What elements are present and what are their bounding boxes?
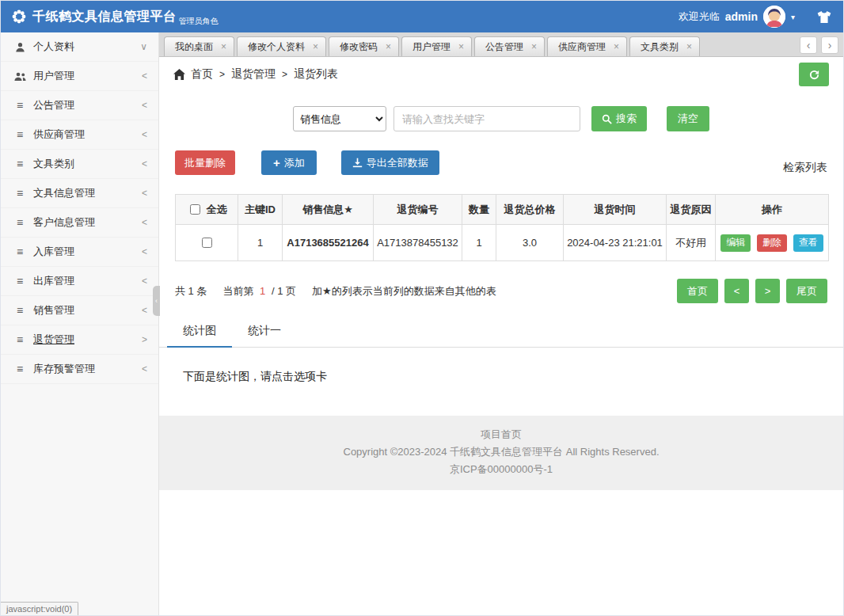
tab-supplier-management[interactable]: 供应商管理 ×	[547, 36, 627, 56]
sidebar-item-users[interactable]: 用户管理 <	[1, 62, 158, 91]
select-all-label: 全选	[207, 203, 227, 217]
header-return-no: 退货编号	[374, 195, 462, 225]
sidebar-item-stationery-info[interactable]: ≡ 文具信息管理 <	[1, 179, 158, 208]
caret-down-icon[interactable]: ▾	[791, 13, 795, 21]
toolbar: 批量删除 + 添加 导出全部数据 检索列表	[159, 150, 843, 175]
header-total-price: 退货总价格	[496, 195, 564, 225]
clear-button[interactable]: 清空	[667, 106, 709, 131]
add-button[interactable]: + 添加	[261, 150, 317, 175]
menu-lines-icon: ≡	[13, 363, 26, 375]
view-button[interactable]: 查看	[793, 234, 823, 252]
first-page-button[interactable]: 首页	[677, 279, 718, 303]
tab-stats-chart[interactable]: 统计图	[167, 316, 232, 348]
sidebar-item-customer-info[interactable]: ≡ 客户信息管理 <	[1, 208, 158, 238]
sidebar-item-outbound[interactable]: ≡ 出库管理 <	[1, 267, 158, 296]
sidebar-item-label: 客户信息管理	[33, 215, 95, 230]
menu-lines-icon: ≡	[13, 100, 26, 111]
sidebar-item-profile[interactable]: 个人资料 ∨	[1, 32, 158, 62]
users-icon	[13, 71, 26, 82]
footer-home-link[interactable]: 项目首页	[159, 426, 843, 443]
refresh-button[interactable]	[799, 63, 829, 86]
username[interactable]: admin	[725, 10, 758, 23]
tab-change-password[interactable]: 修改密码 ×	[329, 36, 399, 56]
menu-lines-icon: ≡	[13, 276, 26, 287]
stats-tab-bar: 统计图 统计一	[159, 316, 843, 348]
close-icon[interactable]: ×	[221, 41, 226, 52]
returns-table: 全选 主键ID 销售信息★ 退货编号 数量 退货总价格 退货时间 退货原因 操作…	[175, 194, 829, 261]
tab-label: 修改密码	[340, 40, 378, 54]
chevron-left-icon: <	[142, 217, 147, 228]
export-button-label: 导出全部数据	[367, 156, 428, 170]
chevron-left-icon: <	[142, 70, 147, 82]
close-icon[interactable]: ×	[458, 41, 464, 52]
sidebar-item-sales[interactable]: ≡ 销售管理 <	[1, 296, 158, 325]
tab-label: 用户管理	[412, 40, 451, 54]
tab-edit-profile[interactable]: 修改个人资料 ×	[237, 36, 326, 56]
clear-button-label: 清空	[678, 112, 698, 126]
close-icon[interactable]: ×	[686, 41, 692, 52]
theme-shirt-icon[interactable]	[816, 10, 832, 24]
chevron-left-icon: <	[142, 188, 147, 199]
role-label: 管理员角色	[179, 16, 219, 32]
menu-lines-icon: ≡	[13, 217, 26, 228]
sidebar-item-stock-warning[interactable]: ≡ 库存预警管理 <	[1, 355, 158, 384]
tab-label: 我的桌面	[175, 40, 213, 54]
search-input[interactable]	[393, 106, 580, 131]
batch-delete-label: 批量删除	[184, 156, 226, 170]
table-row: 1 A1713685521264 A1713878455132 1 3.0 20…	[176, 225, 829, 261]
add-button-label: 添加	[284, 156, 305, 170]
sidebar-item-label: 库存预警管理	[33, 362, 95, 376]
sidebar-item-label: 入库管理	[33, 245, 74, 259]
last-page-button[interactable]: 尾页	[786, 279, 827, 303]
search-button[interactable]: 搜索	[591, 106, 647, 131]
tab-announcement-management[interactable]: 公告管理 ×	[474, 36, 545, 56]
next-page-button[interactable]: >	[755, 279, 780, 303]
sidebar-item-returns[interactable]: ≡ 退货管理 >	[1, 325, 158, 355]
total-count-text: 共 1 条	[175, 284, 207, 298]
tabs-scroll-right-button[interactable]: ›	[821, 36, 838, 54]
current-page-prefix: 当前第	[222, 285, 253, 297]
batch-delete-button[interactable]: 批量删除	[175, 150, 235, 175]
cell-primary-id: 1	[238, 225, 283, 261]
menu-lines-icon: ≡	[13, 188, 26, 199]
cell-quantity: 1	[462, 225, 496, 261]
sidebar-item-label: 出库管理	[33, 274, 74, 288]
pagination-bar: 共 1 条 当前第 1 / 1 页 加★的列表示当前列的数据来自其他的表 首页 …	[175, 279, 827, 303]
sidebar-item-inbound[interactable]: ≡ 入库管理 <	[1, 238, 158, 267]
sidebar-item-suppliers[interactable]: ≡ 供应商管理 <	[1, 120, 158, 150]
edit-button[interactable]: 编辑	[720, 234, 751, 252]
search-icon	[602, 114, 612, 124]
tab-stationery-category[interactable]: 文具类别 ×	[629, 36, 700, 56]
tab-label: 公告管理	[485, 40, 523, 54]
breadcrumb-returns[interactable]: 退货管理	[231, 67, 276, 82]
tab-user-management[interactable]: 用户管理 ×	[401, 36, 472, 56]
plus-icon: +	[273, 156, 280, 169]
menu-lines-icon: ≡	[13, 334, 26, 345]
close-icon[interactable]: ×	[313, 41, 318, 52]
chevron-left-icon: <	[142, 363, 147, 375]
chevron-right-icon: >	[142, 334, 147, 345]
tab-stats-one[interactable]: 统计一	[232, 316, 297, 347]
tab-bar: 我的桌面 × 修改个人资料 × 修改密码 × 用户管理 × 公告管理 × 供应商…	[159, 32, 843, 57]
close-icon[interactable]: ×	[614, 41, 619, 52]
close-icon[interactable]: ×	[531, 41, 537, 52]
close-icon[interactable]: ×	[386, 41, 391, 52]
sidebar-item-announcements[interactable]: ≡ 公告管理 <	[1, 91, 158, 120]
select-all-checkbox[interactable]	[190, 204, 200, 215]
delete-button[interactable]: 删除	[757, 234, 787, 252]
export-all-button[interactable]: 导出全部数据	[341, 150, 439, 175]
row-checkbox[interactable]	[202, 238, 212, 248]
breadcrumb-home[interactable]: 首页	[191, 67, 213, 82]
sidebar-item-stationery-category[interactable]: ≡ 文具类别 <	[1, 150, 158, 179]
chevron-left-icon: <	[142, 276, 147, 287]
prev-page-button[interactable]: <	[724, 279, 749, 303]
avatar[interactable]	[763, 6, 785, 28]
person-icon	[13, 42, 26, 52]
sidebar-collapse-handle[interactable]: ‹	[153, 286, 160, 316]
cell-actions: 编辑 删除 查看	[716, 225, 829, 261]
refresh-icon	[808, 69, 820, 81]
search-category-select[interactable]: 销售信息	[293, 106, 386, 131]
tabs-scroll-left-button[interactable]: ‹	[800, 36, 817, 54]
status-bar: javascript:void(0)	[1, 602, 78, 615]
tab-my-desktop[interactable]: 我的桌面 ×	[164, 36, 234, 56]
